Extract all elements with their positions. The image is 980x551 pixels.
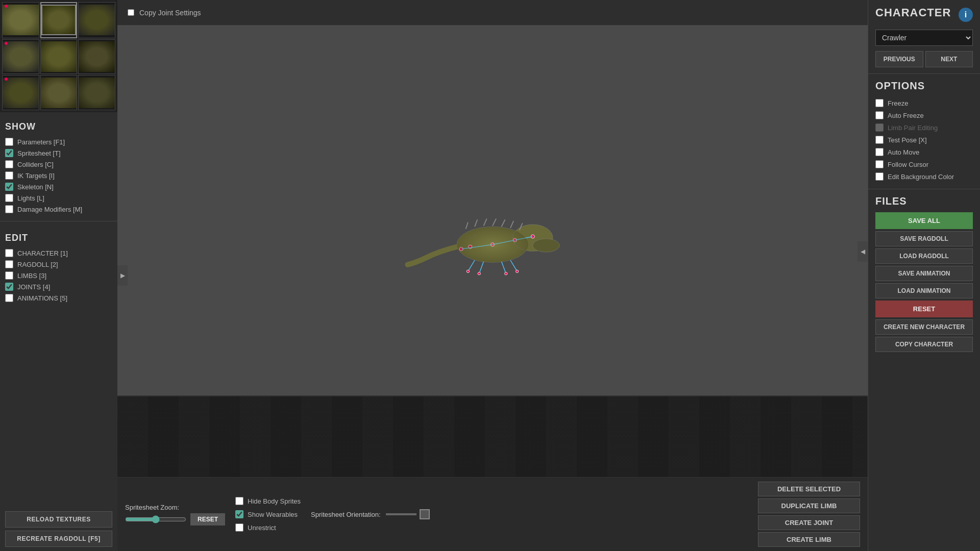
animations-edit-checkbox[interactable] bbox=[5, 294, 13, 302]
test-pose-checkbox[interactable] bbox=[875, 136, 884, 144]
edit-limbs[interactable]: LIMBS [3] bbox=[5, 270, 112, 281]
parameters-checkbox[interactable] bbox=[5, 138, 13, 146]
orientation-bar bbox=[386, 513, 416, 515]
sprite-cell[interactable] bbox=[40, 2, 78, 38]
test-pose-row[interactable]: Test Pose [X] bbox=[875, 134, 973, 146]
skeleton-label: Skeleton [N] bbox=[17, 183, 54, 191]
info-icon[interactable]: i bbox=[959, 8, 973, 22]
save-animation-button[interactable]: SAVE ANIMATION bbox=[875, 266, 973, 281]
toggle-left-panel[interactable]: ▶ bbox=[117, 265, 128, 286]
load-animation-button[interactable]: LOAD ANIMATION bbox=[875, 283, 973, 298]
edit-animations[interactable]: ANIMATIONS [5] bbox=[5, 292, 112, 304]
show-damage[interactable]: Damage Modifiers [M] bbox=[5, 204, 112, 215]
orientation-box[interactable] bbox=[420, 509, 430, 519]
show-wearables-checkbox[interactable] bbox=[235, 510, 243, 518]
load-ragdoll-button[interactable]: LOAD RAGDOLL bbox=[875, 248, 973, 264]
auto-freeze-row[interactable]: Auto Freeze bbox=[875, 109, 973, 121]
create-joint-button[interactable]: CREATE JOINT bbox=[758, 515, 860, 530]
create-limb-button[interactable]: CREATE LIMB bbox=[758, 532, 860, 547]
edit-character[interactable]: CHARACTER [1] bbox=[5, 247, 112, 259]
viewport-options: Hide Body Sprites Show Wearables Unrestr… bbox=[235, 495, 301, 533]
limb-pair-editing-row: Limb Pair Editing bbox=[875, 121, 973, 134]
save-all-button[interactable]: SAVE ALL bbox=[875, 212, 973, 229]
sprite-cell[interactable] bbox=[78, 2, 115, 38]
reset-button[interactable]: RESET bbox=[875, 300, 973, 317]
show-skeleton[interactable]: Skeleton [N] bbox=[5, 181, 112, 192]
edit-joints[interactable]: JOINTS [4] bbox=[5, 281, 112, 292]
auto-move-label: Auto Move bbox=[888, 148, 919, 156]
viewport[interactable]: ◀ bbox=[117, 26, 868, 477]
hide-body-sprites-checkbox[interactable] bbox=[235, 497, 243, 505]
edit-background-color-checkbox[interactable] bbox=[875, 172, 884, 181]
sprite-cell[interactable] bbox=[40, 39, 78, 74]
freeze-checkbox[interactable] bbox=[875, 99, 884, 107]
spritesheet-checkbox[interactable] bbox=[5, 149, 13, 157]
left-panel: SHOW Parameters [F1] Spritesheet [T] Col… bbox=[0, 0, 117, 551]
damage-checkbox[interactable] bbox=[5, 205, 13, 213]
show-spritesheet[interactable]: Spritesheet [T] bbox=[5, 147, 112, 159]
colliders-checkbox[interactable] bbox=[5, 160, 13, 168]
auto-move-checkbox[interactable] bbox=[875, 148, 884, 156]
svg-line-13 bbox=[502, 261, 506, 273]
divider bbox=[0, 221, 117, 221]
unrestrict-checkbox[interactable] bbox=[235, 523, 243, 532]
reload-textures-button[interactable]: RELOAD TEXTURES bbox=[5, 511, 112, 528]
edit-ragdoll[interactable]: RAGDOLL [2] bbox=[5, 259, 112, 270]
follow-cursor-checkbox[interactable] bbox=[875, 160, 884, 168]
character-section: CHARACTER i Crawler Human Mudraptor Hamm… bbox=[868, 0, 980, 74]
show-lights[interactable]: Lights [L] bbox=[5, 192, 112, 204]
show-iktargets[interactable]: IK Targets [I] bbox=[5, 170, 112, 181]
copy-character-button[interactable]: COPY CHARACTER bbox=[875, 337, 973, 352]
character-select[interactable]: Crawler Human Mudraptor Hammerhead bbox=[875, 30, 973, 46]
show-colliders[interactable]: Colliders [C] bbox=[5, 159, 112, 170]
sprite-cell[interactable] bbox=[2, 2, 39, 38]
sprite-cell[interactable] bbox=[40, 75, 78, 110]
hide-body-sprites-row[interactable]: Hide Body Sprites bbox=[235, 495, 301, 507]
spritesheet-orientation: Spritesheet Orientation: bbox=[311, 509, 430, 519]
delete-selected-button[interactable]: DELETE SELECTED bbox=[758, 482, 860, 496]
svg-point-19 bbox=[457, 227, 528, 262]
show-title: SHOW bbox=[5, 121, 112, 132]
nav-buttons: PREVIOUS NEXT bbox=[875, 51, 973, 67]
sprite-cell[interactable] bbox=[78, 75, 115, 110]
copy-joint-label: Copy Joint Settings bbox=[139, 9, 201, 17]
ragdoll-edit-checkbox[interactable] bbox=[5, 260, 13, 268]
edit-title: EDIT bbox=[5, 233, 112, 243]
lights-label: Lights [L] bbox=[17, 194, 44, 202]
auto-freeze-checkbox[interactable] bbox=[875, 111, 884, 119]
sprite-cell[interactable] bbox=[2, 75, 39, 110]
ground bbox=[117, 395, 868, 477]
recreate-ragdoll-button[interactable]: RECREATE RAGDOLL [F5] bbox=[5, 531, 112, 547]
follow-cursor-row[interactable]: Follow Cursor bbox=[875, 158, 973, 170]
orientation-label: Spritesheet Orientation: bbox=[311, 511, 381, 518]
zoom-slider[interactable] bbox=[125, 515, 186, 523]
copy-joint-checkbox[interactable] bbox=[128, 9, 134, 16]
creature-display bbox=[403, 189, 582, 293]
save-ragdoll-button[interactable]: SAVE RAGDOLL bbox=[875, 231, 973, 246]
unrestrict-row[interactable]: Unrestrict bbox=[235, 522, 301, 533]
skeleton-checkbox[interactable] bbox=[5, 183, 13, 191]
freeze-row[interactable]: Freeze bbox=[875, 97, 973, 109]
main-area: ▶ Copy Joint Settings bbox=[117, 0, 868, 551]
auto-move-row[interactable]: Auto Move bbox=[875, 146, 973, 158]
next-button[interactable]: NEXT bbox=[925, 51, 973, 67]
edit-background-color-row[interactable]: Edit Background Color bbox=[875, 170, 973, 183]
sprite-cell[interactable] bbox=[2, 39, 39, 74]
lights-checkbox[interactable] bbox=[5, 194, 13, 202]
previous-button[interactable]: PREVIOUS bbox=[875, 51, 923, 67]
iktargets-checkbox[interactable] bbox=[5, 171, 13, 180]
copy-joint-row: Copy Joint Settings bbox=[128, 9, 201, 17]
show-wearables-row[interactable]: Show Wearables bbox=[235, 509, 301, 520]
show-wearables-label: Show Wearables bbox=[248, 511, 298, 518]
joints-edit-checkbox[interactable] bbox=[5, 283, 13, 291]
sprite-grid bbox=[0, 0, 117, 112]
toggle-right-panel[interactable]: ◀ bbox=[857, 241, 868, 262]
test-pose-label: Test Pose [X] bbox=[888, 136, 927, 144]
show-parameters[interactable]: Parameters [F1] bbox=[5, 136, 112, 147]
character-edit-checkbox[interactable] bbox=[5, 249, 13, 257]
sprite-cell[interactable] bbox=[78, 39, 115, 74]
limbs-edit-checkbox[interactable] bbox=[5, 271, 13, 280]
zoom-reset-button[interactable]: RESET bbox=[190, 513, 225, 525]
duplicate-limb-button[interactable]: DUPLICATE LIMB bbox=[758, 498, 860, 513]
create-new-character-button[interactable]: CREATE NEW CHARACTER bbox=[875, 319, 973, 335]
